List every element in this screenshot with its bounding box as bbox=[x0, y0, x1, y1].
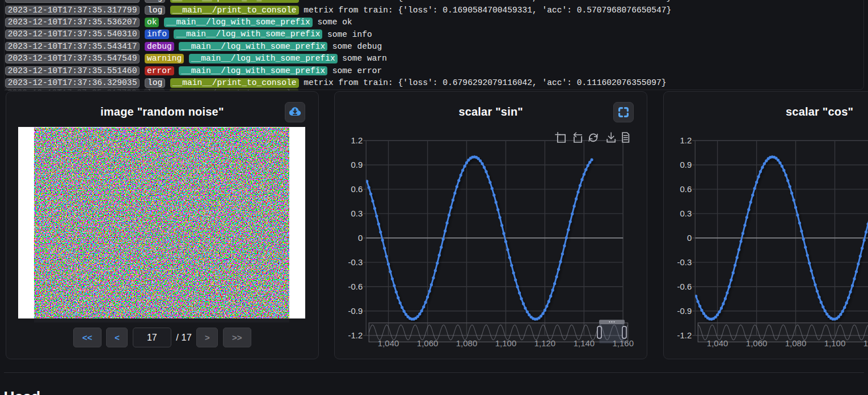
svg-text:0.3: 0.3 bbox=[680, 209, 692, 218]
svg-text:1,080: 1,080 bbox=[456, 338, 478, 348]
svg-text:0.9: 0.9 bbox=[351, 160, 363, 169]
svg-text:-0.3: -0.3 bbox=[348, 257, 363, 267]
svg-text:0.3: 0.3 bbox=[351, 209, 363, 218]
svg-text:-1.2: -1.2 bbox=[677, 330, 692, 340]
svg-text:-1.2: -1.2 bbox=[348, 330, 363, 340]
svg-text:1,040: 1,040 bbox=[378, 338, 399, 348]
svg-text:1,060: 1,060 bbox=[746, 338, 768, 348]
svg-text:1,120: 1,120 bbox=[863, 338, 868, 348]
svg-text:0: 0 bbox=[687, 233, 692, 243]
svg-text:-0.3: -0.3 bbox=[677, 257, 692, 267]
svg-text:1,060: 1,060 bbox=[417, 338, 439, 348]
svg-text:-0.9: -0.9 bbox=[677, 306, 692, 316]
svg-text:1,100: 1,100 bbox=[824, 338, 845, 348]
svg-text:1,080: 1,080 bbox=[785, 338, 806, 348]
svg-text:0.6: 0.6 bbox=[351, 184, 363, 194]
svg-text:-0.6: -0.6 bbox=[677, 282, 692, 291]
svg-text:-0.9: -0.9 bbox=[348, 306, 363, 316]
svg-text:0.6: 0.6 bbox=[680, 184, 692, 194]
svg-text:0.9: 0.9 bbox=[680, 160, 692, 169]
svg-text:1,140: 1,140 bbox=[574, 338, 595, 348]
svg-text:1.2: 1.2 bbox=[680, 135, 692, 145]
svg-text:1,160: 1,160 bbox=[613, 338, 634, 348]
svg-text:1,040: 1,040 bbox=[707, 338, 728, 348]
svg-text:0: 0 bbox=[358, 233, 363, 243]
svg-text:1.2: 1.2 bbox=[351, 135, 363, 145]
svg-text:-0.6: -0.6 bbox=[348, 282, 363, 291]
svg-text:1,120: 1,120 bbox=[534, 338, 556, 348]
svg-text:1,100: 1,100 bbox=[495, 338, 517, 348]
